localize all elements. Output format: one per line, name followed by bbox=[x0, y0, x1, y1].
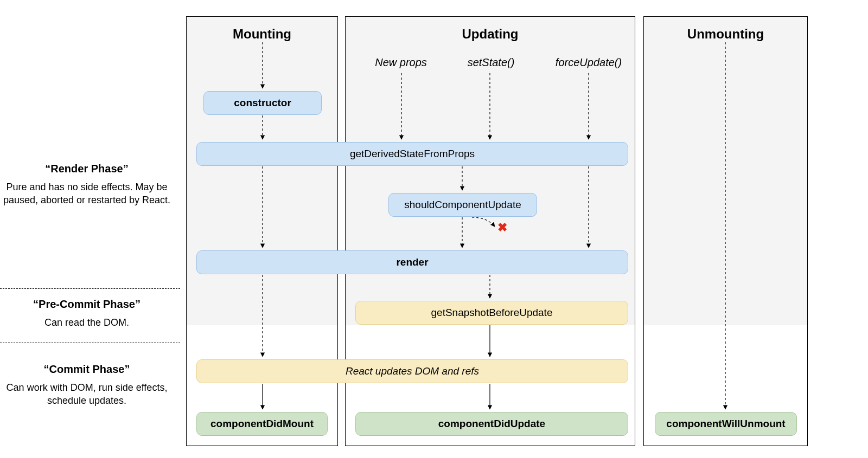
divider-render-precommit bbox=[0, 288, 180, 289]
trigger-force-update: forceUpdate() bbox=[542, 56, 635, 69]
phase-render: “Render Phase” Pure and has no side effe… bbox=[0, 163, 174, 207]
trigger-new-props: New props bbox=[355, 56, 447, 69]
column-mounting-title: Mounting bbox=[187, 27, 337, 42]
divider-precommit-commit bbox=[0, 343, 180, 343]
box-getderivedstatefromprops: getDerivedStateFromProps bbox=[196, 142, 628, 166]
phase-render-title: “Render Phase” bbox=[0, 163, 174, 175]
trigger-set-state: setState() bbox=[445, 56, 537, 69]
box-shouldcomponentupdate: shouldComponentUpdate bbox=[388, 193, 537, 217]
phase-commit-desc: Can work with DOM, run side effects, sch… bbox=[0, 381, 174, 408]
render-zone-mounting bbox=[187, 17, 337, 325]
phase-commit: “Commit Phase” Can work with DOM, run si… bbox=[0, 363, 174, 408]
box-render: render bbox=[196, 250, 628, 274]
phase-render-desc: Pure and has no side effects. May be pau… bbox=[0, 180, 174, 207]
column-unmounting-title: Unmounting bbox=[644, 27, 807, 42]
box-componentwillunmount: componentWillUnmount bbox=[655, 412, 797, 436]
phase-precommit-title: “Pre-Commit Phase” bbox=[0, 298, 174, 311]
lifecycle-diagram: “Render Phase” Pure and has no side effe… bbox=[0, 0, 868, 458]
box-componentdidmount: componentDidMount bbox=[196, 412, 328, 436]
cross-icon: ✖ bbox=[497, 221, 507, 235]
box-constructor: constructor bbox=[203, 91, 322, 115]
box-react-updates-dom: React updates DOM and refs bbox=[196, 359, 628, 383]
phase-precommit: “Pre-Commit Phase” Can read the DOM. bbox=[0, 298, 174, 329]
box-componentdidupdate: componentDidUpdate bbox=[355, 412, 628, 436]
column-unmounting: Unmounting bbox=[643, 16, 808, 446]
box-getsnapshotbeforeupdate: getSnapshotBeforeUpdate bbox=[355, 301, 628, 325]
column-updating-title: Updating bbox=[346, 27, 635, 42]
phase-precommit-desc: Can read the DOM. bbox=[0, 316, 174, 329]
phase-commit-title: “Commit Phase” bbox=[0, 363, 174, 376]
render-zone-unmounting bbox=[644, 17, 807, 325]
